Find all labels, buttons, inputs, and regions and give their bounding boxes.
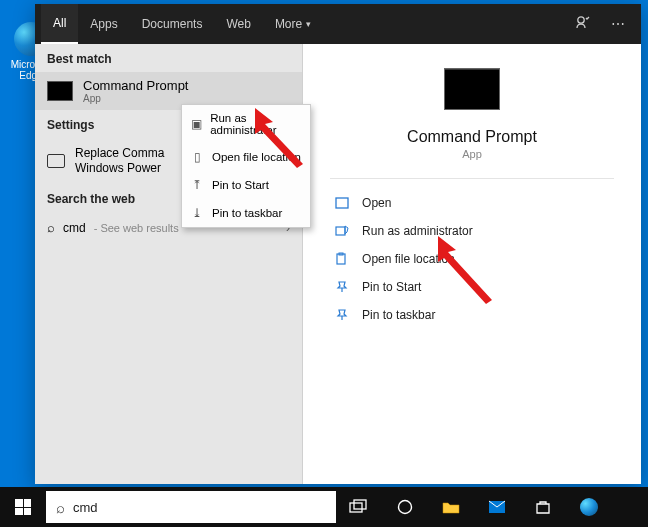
search-header: All Apps Documents Web More ▾ ⋯ xyxy=(35,4,641,44)
taskbar: ⌕ cmd xyxy=(0,487,648,527)
mail-icon xyxy=(488,500,506,514)
details-icon xyxy=(444,68,500,110)
taskbar-app-edge[interactable] xyxy=(566,487,612,527)
svg-rect-8 xyxy=(354,500,366,509)
search-panel: All Apps Documents Web More ▾ ⋯ Best mat… xyxy=(35,4,641,484)
svg-point-9 xyxy=(399,501,412,514)
tab-all[interactable]: All xyxy=(41,4,78,44)
pin-icon: ⤒ xyxy=(190,178,204,192)
options-icon[interactable]: ⋯ xyxy=(601,16,635,32)
svg-rect-7 xyxy=(350,503,362,512)
pin-taskbar-icon xyxy=(334,308,350,322)
start-button[interactable] xyxy=(0,487,46,527)
folder-icon xyxy=(442,500,460,514)
feedback-icon[interactable] xyxy=(565,15,601,34)
result-title: Command Prompt xyxy=(83,78,188,93)
ctx-pin-taskbar[interactable]: ⤓ Pin to taskbar xyxy=(182,199,310,227)
divider xyxy=(330,178,614,179)
details-title: Command Prompt xyxy=(407,128,537,146)
svg-rect-1 xyxy=(336,198,348,208)
action-open[interactable]: Open xyxy=(330,189,614,217)
task-view-icon xyxy=(350,500,368,514)
taskbar-search[interactable]: ⌕ cmd xyxy=(46,491,336,523)
monitor-icon xyxy=(47,154,65,168)
pin-icon: ⤓ xyxy=(190,206,204,220)
section-best-match: Best match xyxy=(35,44,302,72)
search-body: Best match Command Prompt App Settings R… xyxy=(35,44,641,484)
task-view-button[interactable] xyxy=(336,487,382,527)
windows-icon xyxy=(15,499,31,515)
svg-point-0 xyxy=(578,16,584,22)
web-subtitle: - See web results xyxy=(94,222,179,234)
search-icon: ⌕ xyxy=(56,499,65,516)
shield-icon xyxy=(334,224,350,238)
taskbar-app-explorer[interactable] xyxy=(428,487,474,527)
pin-start-icon xyxy=(334,280,350,294)
taskbar-app-store[interactable] xyxy=(520,487,566,527)
details-subtitle: App xyxy=(462,148,482,160)
svg-marker-6 xyxy=(438,236,492,304)
tab-web[interactable]: Web xyxy=(214,4,262,44)
annotation-arrow xyxy=(438,236,508,306)
ctx-pin-start[interactable]: ⤒ Pin to Start xyxy=(182,171,310,199)
shield-icon: ▣ xyxy=(190,117,202,131)
tab-more[interactable]: More ▾ xyxy=(263,4,323,44)
cortana-icon xyxy=(397,499,413,515)
cortana-button[interactable] xyxy=(382,487,428,527)
folder-icon: ▯ xyxy=(190,150,204,164)
chevron-down-icon: ▾ xyxy=(306,19,311,29)
tab-apps[interactable]: Apps xyxy=(78,4,129,44)
svg-rect-2 xyxy=(336,227,345,235)
tab-documents[interactable]: Documents xyxy=(130,4,215,44)
svg-marker-5 xyxy=(255,108,303,168)
folder-icon xyxy=(334,252,350,266)
settings-item-label: Replace Comma Windows Power xyxy=(75,146,164,176)
taskbar-app-mail[interactable] xyxy=(474,487,520,527)
cmd-icon xyxy=(47,81,73,101)
search-icon: ⌕ xyxy=(47,220,55,235)
search-value: cmd xyxy=(73,500,98,515)
edge-icon xyxy=(580,498,598,516)
store-icon xyxy=(535,499,551,515)
result-subtitle: App xyxy=(83,93,188,104)
open-icon xyxy=(334,196,350,210)
web-query: cmd xyxy=(63,221,86,235)
annotation-arrow xyxy=(255,108,325,168)
